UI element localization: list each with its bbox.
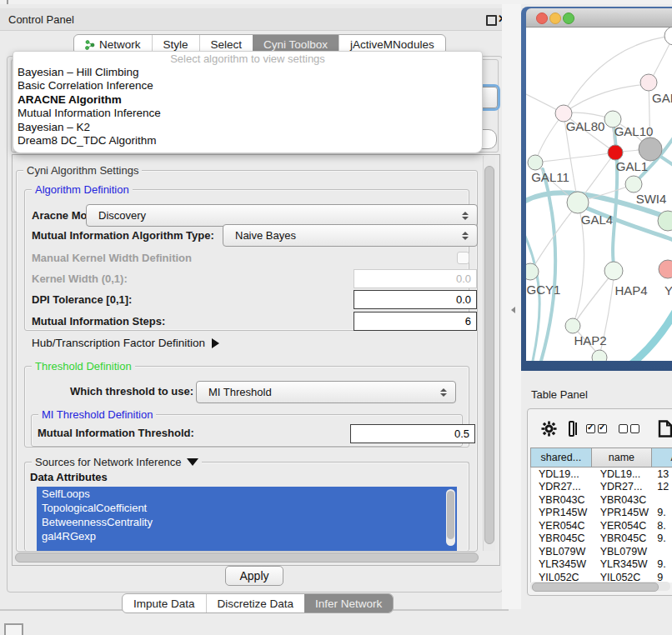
table-cell[interactable]: 9. [654, 532, 672, 546]
table-cell[interactable]: YBL079W [593, 545, 654, 558]
algorithm-option[interactable]: Bayesian – K2 [13, 121, 482, 134]
table-row[interactable]: YBR043CYBR043C [531, 493, 672, 507]
column-header-a[interactable]: A [652, 448, 672, 468]
table-cell[interactable] [654, 545, 672, 558]
table-row[interactable]: YPR145WYPR145W9. [531, 507, 672, 520]
mi-type-combo[interactable]: Naive Bayes [223, 224, 478, 247]
attribute-item[interactable]: SelfLoops [37, 487, 457, 501]
table-cell[interactable]: YBL079W [531, 545, 593, 558]
table-cell[interactable]: YDR27... [593, 481, 654, 494]
which-threshold-combo[interactable]: MI Threshold [196, 381, 456, 403]
algorithm-option[interactable]: Mutual Information Inference [13, 107, 482, 120]
table-row[interactable]: YBL079WYBL079W [531, 545, 672, 558]
table-cell[interactable]: 8. [654, 519, 672, 532]
table-cell[interactable]: YBR045C [593, 532, 654, 546]
minimized-panel-icon[interactable] [4, 623, 23, 635]
apply-button[interactable]: Apply [225, 566, 283, 586]
gear-icon[interactable] [541, 421, 557, 437]
table-cell[interactable]: 9. [654, 507, 672, 520]
attribute-item[interactable]: BetweennessCentrality [37, 515, 457, 529]
table-cell[interactable]: YPR145W [531, 507, 593, 520]
table-row[interactable]: YER054CYER054C8. [531, 519, 672, 532]
mi-threshold-field[interactable]: 0.5 [350, 424, 475, 443]
table-cell[interactable]: YER054C [593, 519, 654, 532]
tab-impute-data[interactable]: Impute Data [123, 594, 206, 612]
network-canvas[interactable]: GALGAL80GAL10GAL1GAL11SWI4GAL4GCY1HAP4YH… [526, 28, 672, 361]
horizontal-scrollbar-thumb[interactable] [15, 552, 479, 562]
network-edge[interactable] [630, 302, 672, 361]
table-row[interactable]: YIL052CYIL052C9 [531, 571, 672, 582]
table-cell[interactable]: YIL052C [593, 571, 654, 582]
network-node[interactable] [592, 350, 607, 361]
table-cell[interactable]: YDL19... [593, 468, 654, 481]
table-cell[interactable]: YIL052C [531, 571, 593, 582]
attribute-item[interactable]: gal4RGexp [37, 529, 457, 543]
table-cell[interactable]: 12 [654, 481, 672, 494]
aracne-mode-combo[interactable]: Discovery [86, 204, 478, 227]
column-header-name[interactable]: name [592, 448, 653, 468]
tab-discretize-data[interactable]: Discretize Data [206, 594, 305, 612]
network-node-gal4[interactable] [567, 192, 589, 213]
algorithm-option[interactable]: Bayesian – Hill Climbing [13, 66, 482, 79]
network-node-gal11[interactable] [528, 155, 543, 170]
table-row[interactable]: YDR27...YDR27...12 [531, 481, 672, 494]
attribute-item-partial[interactable] [37, 543, 457, 551]
table-cell[interactable]: 9 [654, 571, 672, 582]
network-edge[interactable] [573, 271, 614, 326]
network-node-y[interactable] [659, 260, 672, 278]
network-edge[interactable] [613, 121, 617, 269]
network-node-hap2[interactable] [565, 318, 580, 333]
network-window-titlebar[interactable] [526, 8, 672, 28]
table-cell[interactable]: YDR27... [531, 481, 593, 494]
close-traffic-light-icon[interactable] [536, 12, 548, 24]
manual-kernel-checkbox[interactable] [457, 252, 469, 264]
column-header-shared-[interactable]: shared... [530, 448, 592, 468]
network-edge[interactable] [535, 152, 615, 162]
table-cell[interactable]: YLR345W [531, 558, 593, 572]
table-row[interactable]: YDL19...YDL19...13 [531, 468, 672, 481]
network-node-gal[interactable] [640, 74, 657, 91]
hub-definition-toggle[interactable]: Hub/Transcription Factor Definition [32, 337, 219, 349]
attribute-item[interactable]: TopologicalCoefficient [37, 501, 457, 515]
select-all-checks-icon[interactable] [586, 424, 607, 433]
divider-collapse-icon[interactable] [511, 307, 515, 313]
network-node-gcy1[interactable] [526, 263, 539, 280]
vertical-scrollbar-thumb[interactable] [484, 166, 494, 544]
deselect-all-checks-icon[interactable] [619, 424, 639, 433]
table-cell[interactable]: YBR045C [531, 532, 593, 546]
table-cell[interactable]: YBR043C [531, 493, 593, 507]
float-panel-icon[interactable] [486, 15, 497, 26]
minimize-traffic-light-icon[interactable] [549, 12, 561, 24]
tab-infer-network[interactable]: Infer Network [304, 594, 393, 612]
algorithm-option[interactable]: ARACNE Algorithm [13, 93, 482, 107]
table-cell[interactable]: YBR043C [593, 493, 654, 507]
table-hscrollbar-thumb[interactable] [532, 582, 659, 592]
zoom-traffic-light-icon[interactable] [563, 12, 574, 24]
table-cell[interactable]: 13 [654, 468, 672, 481]
network-edge[interactable] [564, 84, 649, 113]
network-edge[interactable] [541, 169, 555, 361]
table-row[interactable]: YBR045CYBR045C9. [531, 532, 672, 546]
network-node[interactable] [639, 138, 662, 161]
sources-group-title[interactable]: Sources for Network Inference [32, 456, 202, 468]
columns-icon[interactable] [569, 421, 574, 437]
network-node-hap4[interactable] [604, 262, 623, 280]
table-cell[interactable] [654, 493, 672, 507]
network-node-swi4[interactable] [625, 176, 642, 192]
table-cell[interactable]: YDL19... [531, 468, 593, 481]
network-node-gal1[interactable] [608, 145, 623, 160]
list-scrollbar-thumb[interactable] [447, 491, 454, 539]
table-cell[interactable]: YPR145W [593, 507, 654, 520]
table-cell[interactable]: YLR345W [593, 558, 654, 572]
algorithm-option[interactable]: Dream8 DC_TDC Algorithm [13, 134, 482, 148]
export-table-icon[interactable] [658, 420, 672, 438]
table-hscrollbar[interactable] [530, 582, 670, 591]
algorithm-option[interactable]: Basic Correlation Inference [13, 79, 482, 92]
network-node[interactable] [664, 28, 672, 45]
table-row[interactable]: YLR345WYLR345W9. [531, 558, 672, 572]
mi-steps-field[interactable]: 6 [354, 312, 477, 331]
kernel-width-field[interactable]: 0.0 [354, 269, 477, 288]
table-cell[interactable]: 9. [654, 558, 672, 572]
table-cell[interactable]: YER054C [531, 519, 593, 532]
dpi-tolerance-field[interactable]: 0.0 [354, 290, 477, 309]
